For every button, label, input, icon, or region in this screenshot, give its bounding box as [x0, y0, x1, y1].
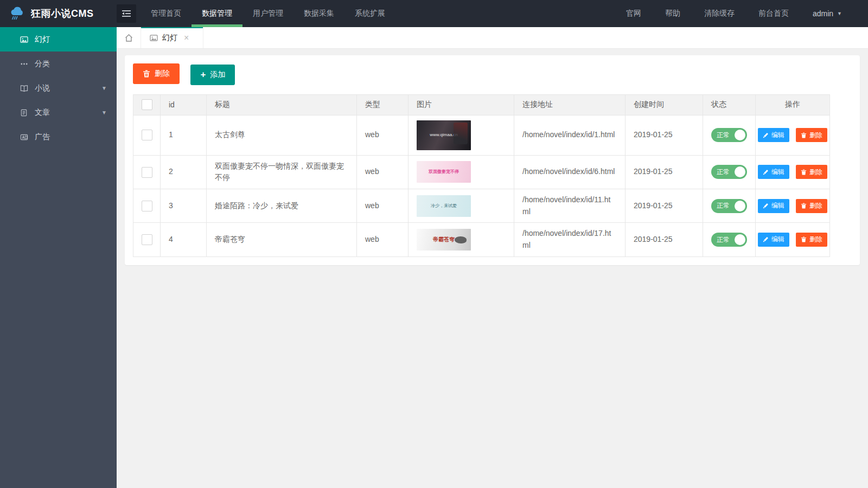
status-label: 正常 [717, 235, 730, 245]
slide-banner-image: 冷少，来试爱 [417, 195, 471, 217]
trash-icon [801, 203, 807, 209]
utility-nav: 官网帮助清除缓存前台首页 admin ▼ [614, 0, 868, 27]
delete-button[interactable]: 删除 [796, 233, 827, 247]
status-toggle[interactable]: 正常 [711, 128, 747, 142]
toggle-knob [735, 130, 745, 140]
tab-bar: 幻灯 × [117, 27, 868, 49]
nav-item-1[interactable]: 管理首页 [141, 0, 192, 27]
slide-banner-image: 双面傲妻宠不停 [417, 161, 471, 183]
slides-table: id 标题 类型 图片 连接地址 创建时间 状态 操作 1 太古剑尊 web w… [133, 94, 830, 257]
row-checkbox[interactable] [142, 167, 152, 178]
table-row: 1 太古剑尊 web www.qimaa.cn /home/novel/inde… [133, 115, 830, 155]
sidebar-toggle-icon[interactable] [117, 4, 136, 23]
cell-created: 2019-01-25 [626, 155, 703, 189]
edit-button[interactable]: 编辑 [758, 165, 789, 179]
utility-item-2[interactable]: 帮助 [653, 0, 692, 27]
cell-created: 2019-01-25 [626, 189, 703, 222]
nav-item-5[interactable]: 系统扩展 [344, 0, 395, 27]
col-status: 状态 [703, 94, 756, 115]
sidebar-item-小说[interactable]: 小说▼ [0, 76, 117, 100]
sidebar-item-label: 幻灯 [35, 35, 50, 44]
nav-item-4[interactable]: 数据采集 [293, 0, 344, 27]
row-checkbox[interactable] [142, 201, 152, 211]
select-all-checkbox[interactable] [142, 99, 152, 110]
pencil-icon [763, 132, 769, 138]
table-row: 4 帝霸苍穹 web 帝霸苍穹 /home/novel/index/id/17.… [133, 223, 830, 256]
status-label: 正常 [717, 130, 730, 140]
cell-id: 4 [161, 223, 207, 256]
nav-item-2[interactable]: 数据管理 [192, 0, 242, 27]
status-toggle[interactable]: 正常 [711, 199, 747, 213]
utility-item-1[interactable]: 官网 [614, 0, 653, 27]
home-tab[interactable] [117, 27, 141, 48]
sidebar-item-文章[interactable]: 文章▼ [0, 100, 117, 125]
tab-label: 幻灯 [162, 33, 177, 43]
delete-button[interactable]: 删除 [796, 128, 827, 142]
cell-type: web [357, 189, 409, 222]
edit-button[interactable]: 编辑 [758, 199, 789, 213]
close-icon[interactable]: × [184, 34, 189, 42]
cell-type: web [357, 155, 409, 189]
status-label: 正常 [717, 167, 730, 177]
book-icon [20, 84, 28, 93]
chevron-down-icon: ▼ [101, 85, 107, 91]
top-navbar: 狂雨小说CMS 管理首页数据管理用户管理数据采集系统扩展 官网帮助清除缓存前台首… [0, 0, 868, 27]
picture-icon [20, 35, 28, 44]
utility-item-3[interactable]: 清除缓存 [692, 0, 746, 27]
status-toggle[interactable]: 正常 [711, 233, 747, 247]
main-nav: 管理首页数据管理用户管理数据采集系统扩展 [141, 0, 395, 27]
pencil-icon [763, 236, 769, 242]
cell-created: 2019-01-25 [626, 115, 703, 155]
ellipsis-icon [20, 60, 28, 68]
col-image: 图片 [409, 94, 514, 115]
article-icon [20, 108, 28, 117]
toggle-knob [735, 201, 745, 211]
add-button[interactable]: + 添加 [190, 65, 235, 85]
chevron-down-icon: ▼ [101, 110, 107, 115]
trash-icon [801, 132, 807, 138]
slide-banner-image: www.qimaa.cn [417, 120, 471, 150]
plus-icon: + [200, 70, 206, 79]
trash-icon [801, 236, 807, 242]
row-checkbox[interactable] [142, 234, 152, 245]
cloud-rain-icon [10, 6, 26, 21]
cell-type: web [357, 115, 409, 155]
sidebar-item-幻灯[interactable]: 幻灯 [0, 27, 117, 52]
sidebar-item-分类[interactable]: 分类 [0, 52, 117, 76]
cell-image: www.qimaa.cn [409, 115, 514, 155]
cell-title: 双面傲妻宠不停一吻情深，双面傲妻宠不停 [207, 155, 357, 189]
status-toggle[interactable]: 正常 [711, 165, 747, 179]
cell-url: /home/novel/index/id/1.html [514, 115, 626, 155]
col-id: id [161, 94, 207, 115]
chevron-down-icon: ▼ [837, 11, 842, 16]
cell-url: /home/novel/index/id/17.html [514, 223, 626, 256]
cell-image: 帝霸苍穹 [409, 223, 514, 256]
picture-icon [150, 34, 158, 42]
sidebar-item-广告[interactable]: 广告 [0, 125, 117, 149]
tab-slides[interactable]: 幻灯 × [141, 27, 203, 48]
nav-item-3[interactable]: 用户管理 [242, 0, 293, 27]
edit-button[interactable]: 编辑 [758, 233, 789, 247]
cell-image: 双面傲妻宠不停 [409, 155, 514, 189]
col-actions: 操作 [756, 94, 830, 115]
user-name: admin [813, 9, 833, 18]
delete-button[interactable]: 删除 [796, 165, 827, 179]
status-label: 正常 [717, 201, 730, 211]
add-button-label: 添加 [210, 70, 225, 80]
content-card: 删除 + 添加 id 标题 类型 图片 连接地址 创建时间 [125, 55, 860, 265]
select-all-cell [133, 94, 161, 115]
delete-selected-button[interactable]: 删除 [133, 63, 180, 84]
user-menu[interactable]: admin ▼ [801, 0, 854, 27]
toggle-knob [735, 234, 745, 245]
slide-banner-image: 帝霸苍穹 [417, 229, 471, 251]
table-row: 2 双面傲妻宠不停一吻情深，双面傲妻宠不停 web 双面傲妻宠不停 /home/… [133, 155, 830, 189]
row-checkbox[interactable] [142, 130, 152, 140]
utility-item-4[interactable]: 前台首页 [746, 0, 801, 27]
cell-title: 婚途陌路：冷少，来试爱 [207, 189, 357, 222]
trash-icon [143, 70, 150, 78]
toolbar: 删除 + 添加 [133, 63, 852, 85]
col-created: 创建时间 [626, 94, 703, 115]
delete-button[interactable]: 删除 [796, 199, 827, 213]
cell-id: 1 [161, 115, 207, 155]
edit-button[interactable]: 编辑 [758, 128, 789, 142]
